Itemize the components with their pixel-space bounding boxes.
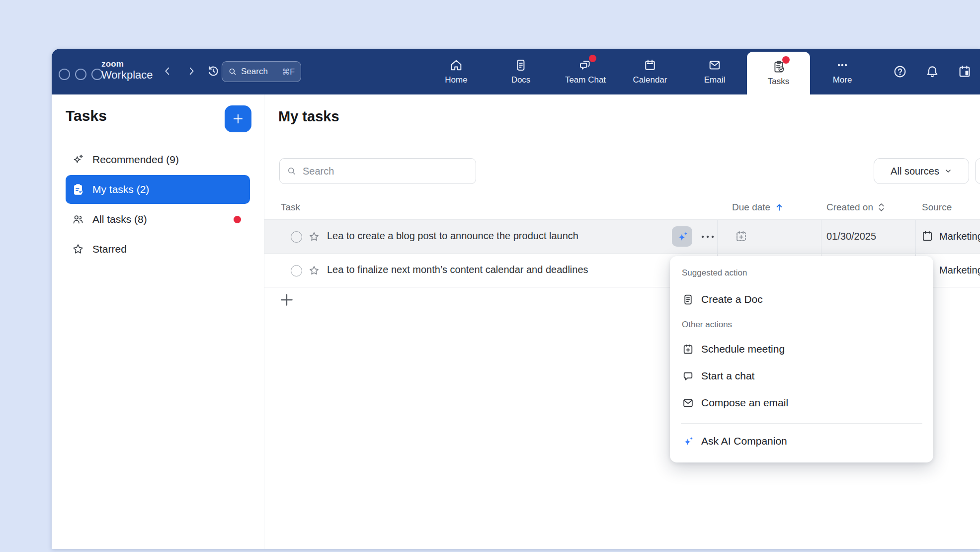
column-header-source[interactable]: Source bbox=[922, 202, 952, 213]
sidebar-item-starred[interactable]: Starred bbox=[66, 235, 250, 264]
unread-dot bbox=[234, 216, 241, 223]
menu-item-schedule-meeting[interactable]: Schedule meeting bbox=[670, 336, 933, 363]
window-controls bbox=[59, 69, 103, 80]
window-close-button[interactable] bbox=[59, 69, 70, 80]
logo-line1: zoom bbox=[101, 60, 153, 68]
suggested-action-label: Suggested action bbox=[670, 266, 933, 280]
sidebar-item-recommended[interactable]: Recommended (9) bbox=[66, 145, 250, 174]
column-header-due-date[interactable]: Due date bbox=[732, 202, 784, 213]
cell-divider bbox=[717, 220, 718, 253]
column-header-task[interactable]: Task bbox=[281, 202, 300, 213]
source-value: Marketing bbox=[939, 231, 980, 242]
search-icon bbox=[287, 166, 297, 176]
sidebar-item-label: My tasks (2) bbox=[92, 184, 149, 195]
ai-sparkle-icon bbox=[676, 230, 689, 243]
topbar-right-actions bbox=[893, 64, 972, 79]
email-icon bbox=[708, 58, 722, 72]
sidebar-item-label: Recommended (9) bbox=[92, 154, 179, 166]
nav-email[interactable]: Email bbox=[682, 49, 747, 94]
email-icon bbox=[682, 397, 694, 409]
nav-calendar[interactable]: Calendar bbox=[618, 49, 682, 94]
ai-companion-icon bbox=[682, 435, 694, 448]
cell-divider bbox=[821, 220, 821, 253]
logo-line2: Workplace bbox=[101, 70, 153, 81]
primary-nav: Home Docs Team Chat bbox=[424, 49, 875, 94]
nav-home[interactable]: Home bbox=[424, 49, 489, 94]
task-title[interactable]: Lea to finalize next month’s content cal… bbox=[327, 264, 588, 276]
sidebar-item-all-tasks[interactable]: All tasks (8) bbox=[66, 205, 250, 234]
meetings-panel-icon[interactable] bbox=[957, 64, 972, 79]
more-icon bbox=[835, 58, 849, 72]
menu-item-start-chat[interactable]: Start a chat bbox=[670, 363, 933, 389]
forward-button[interactable] bbox=[184, 64, 199, 79]
sidebar-item-label: All tasks (8) bbox=[92, 213, 147, 225]
star-icon[interactable] bbox=[308, 231, 320, 243]
add-task-button[interactable] bbox=[225, 105, 251, 132]
ai-companion-button[interactable] bbox=[672, 226, 692, 247]
other-actions-label: Other actions bbox=[670, 318, 933, 332]
menu-item-compose-email[interactable]: Compose an email bbox=[670, 389, 933, 416]
star-icon[interactable] bbox=[308, 265, 320, 276]
search-icon bbox=[228, 67, 237, 76]
table-row[interactable]: Lea to create a blog post to announce th… bbox=[264, 220, 980, 254]
menu-item-create-doc[interactable]: Create a Doc bbox=[670, 286, 933, 313]
global-search-button[interactable]: Search ⌘F bbox=[222, 61, 301, 82]
zoom-workplace-window: zoom Workplace Search ⌘F bbox=[52, 49, 980, 549]
column-header-created-on[interactable]: Created on bbox=[826, 202, 886, 213]
task-complete-checkbox[interactable] bbox=[291, 265, 302, 276]
plus-icon bbox=[232, 112, 245, 125]
global-search-placeholder: Search bbox=[241, 67, 268, 77]
history-button[interactable] bbox=[206, 64, 221, 79]
source-value: Marketing bbox=[939, 265, 980, 276]
task-complete-checkbox[interactable] bbox=[291, 231, 302, 243]
nav-more[interactable]: More bbox=[810, 49, 875, 94]
table-header: Task Due date Created on Source bbox=[264, 194, 980, 220]
chat-icon bbox=[682, 370, 694, 382]
chevron-left-icon bbox=[162, 66, 173, 77]
add-row-button[interactable] bbox=[278, 291, 295, 308]
page-title: My tasks bbox=[278, 108, 339, 125]
task-search-field[interactable] bbox=[279, 158, 476, 184]
notification-badge bbox=[589, 55, 596, 62]
nav-team-chat[interactable]: Team Chat bbox=[553, 49, 618, 94]
top-navigation-bar: zoom Workplace Search ⌘F bbox=[52, 49, 980, 94]
search-shortcut: ⌘F bbox=[282, 67, 295, 77]
calendar-icon bbox=[921, 230, 934, 243]
task-title[interactable]: Lea to create a blog post to announce th… bbox=[327, 230, 578, 242]
ai-actions-menu: Suggested action Create a Doc Other acti… bbox=[670, 256, 933, 462]
bell-icon[interactable] bbox=[925, 64, 940, 79]
doc-icon bbox=[682, 293, 694, 306]
tasks-icon bbox=[772, 60, 786, 74]
sort-toggle-icon bbox=[877, 202, 886, 213]
row-more-actions-button[interactable] bbox=[699, 230, 717, 243]
menu-divider bbox=[681, 423, 922, 424]
notification-badge bbox=[782, 56, 790, 64]
sort-ascending-icon bbox=[774, 202, 784, 212]
add-due-date-icon[interactable] bbox=[735, 230, 748, 243]
sidebar-item-label: Starred bbox=[92, 243, 127, 255]
docs-icon bbox=[514, 58, 528, 72]
back-button[interactable] bbox=[160, 64, 175, 79]
nav-docs[interactable]: Docs bbox=[489, 49, 553, 94]
sparkle-icon bbox=[72, 153, 84, 166]
team-chat-icon bbox=[578, 58, 592, 72]
nav-tasks-active-tab[interactable]: Tasks bbox=[747, 52, 810, 94]
filter-button-partial[interactable] bbox=[975, 158, 980, 184]
sources-filter-label: All sources bbox=[891, 166, 939, 177]
sidebar-item-my-tasks[interactable]: My tasks (2) bbox=[66, 175, 250, 204]
my-tasks-icon bbox=[72, 183, 84, 196]
calendar-add-icon bbox=[682, 343, 694, 356]
chevron-down-icon bbox=[944, 167, 952, 175]
sources-filter-dropdown[interactable]: All sources bbox=[874, 158, 969, 184]
help-icon[interactable] bbox=[893, 64, 907, 79]
task-search-input[interactable] bbox=[302, 165, 451, 178]
window-minimize-button[interactable] bbox=[75, 69, 86, 80]
cell-divider bbox=[915, 220, 916, 253]
sidebar-title: Tasks bbox=[66, 107, 107, 124]
menu-item-ask-ai-companion[interactable]: Ask AI Companion bbox=[670, 428, 933, 455]
zoom-workplace-logo: zoom Workplace bbox=[101, 60, 153, 81]
sidebar-list: Recommended (9) My tasks (2) bbox=[52, 145, 264, 265]
desktop-background: zoom Workplace Search ⌘F bbox=[0, 0, 980, 552]
star-icon bbox=[72, 243, 84, 256]
home-icon bbox=[449, 58, 463, 72]
